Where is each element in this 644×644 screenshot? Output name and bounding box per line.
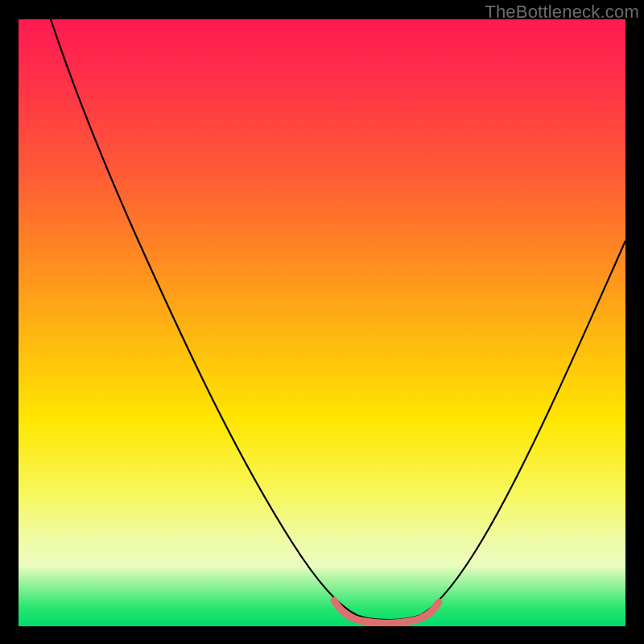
bottleneck-curve-svg	[19, 19, 625, 626]
bottleneck-curve-path	[51, 19, 625, 620]
watermark-text: TheBottleneck.com	[485, 2, 639, 23]
chart-frame	[19, 19, 625, 626]
